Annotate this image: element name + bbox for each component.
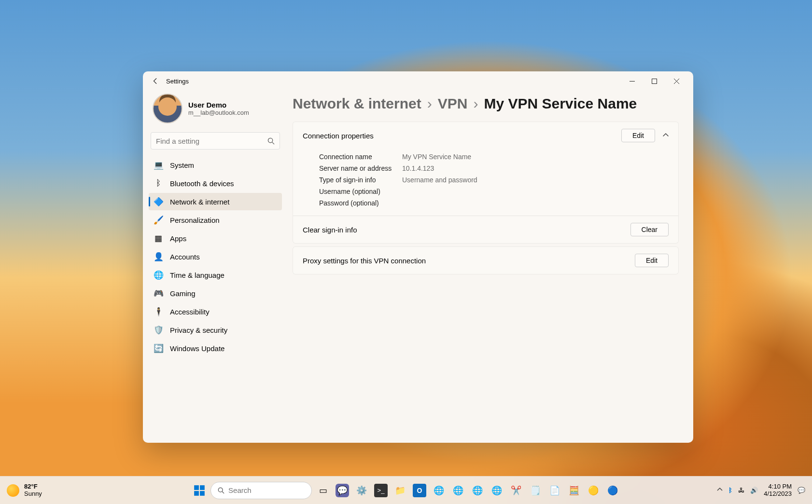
window-titlebar: Settings: [143, 71, 693, 91]
snip-icon: ✂️: [509, 484, 523, 497]
task-view-button[interactable]: ▭: [315, 482, 331, 499]
nav-icon: 💻: [154, 160, 163, 170]
connection-properties-card: Connection properties Edit Connection na…: [293, 122, 679, 244]
user-profile[interactable]: User Demo m__lab@outlook.com: [149, 91, 282, 132]
start-button[interactable]: [191, 482, 208, 499]
user-name: User Demo: [188, 101, 249, 109]
taskbar-app-snip[interactable]: ✂️: [508, 482, 524, 499]
property-key: Password (optional): [319, 199, 402, 207]
settings-search[interactable]: [151, 132, 280, 150]
sidebar-item-accessibility[interactable]: 🕴Accessibility: [149, 303, 282, 320]
chevron-up-icon: [663, 132, 669, 138]
breadcrumb-network[interactable]: Network & internet: [293, 95, 421, 112]
clear-signin-button[interactable]: Clear: [630, 223, 669, 236]
taskbar-app-chrome2[interactable]: 🔵: [604, 482, 621, 499]
property-row: Connection nameMy VPN Service Name: [319, 151, 669, 163]
app-title: Settings: [166, 78, 189, 85]
sidebar-item-privacy-security[interactable]: 🛡️Privacy & security: [149, 321, 282, 339]
property-row: Server name or address10.1.4.123: [319, 163, 669, 174]
minimize-button[interactable]: [621, 71, 643, 91]
edit-proxy-button[interactable]: Edit: [635, 254, 669, 267]
sidebar: User Demo m__lab@outlook.com 💻SystemᛒBlu…: [143, 91, 288, 443]
calculator-icon: 🧮: [567, 484, 581, 497]
taskbar-app-edge-dev[interactable]: 🌐: [469, 482, 486, 499]
breadcrumb-vpn[interactable]: VPN: [438, 95, 468, 112]
clock[interactable]: 4:10 PM 4/12/2023: [764, 483, 792, 498]
breadcrumb: Network & internet › VPN › My VPN Servic…: [293, 95, 679, 112]
sidebar-item-gaming[interactable]: 🎮Gaming: [149, 285, 282, 302]
windows-icon: [193, 484, 206, 497]
taskbar-app-notes[interactable]: 🗒️: [527, 482, 544, 499]
weather-icon: [7, 484, 19, 497]
maximize-icon: [652, 79, 657, 84]
nav-icon: ᛒ: [154, 178, 163, 188]
minimize-icon: [630, 79, 635, 84]
taskbar-app-explorer[interactable]: 📁: [392, 482, 408, 499]
close-icon: [674, 79, 679, 84]
taskbar-search[interactable]: [210, 482, 312, 499]
tray-overflow[interactable]: [717, 487, 723, 494]
taskbar-app-outlook[interactable]: O: [411, 482, 428, 499]
user-email: m__lab@outlook.com: [188, 109, 249, 116]
taskbar-app-notepad[interactable]: 📄: [546, 482, 563, 499]
edge-dev-icon: 🌐: [471, 484, 484, 497]
nav-label: Gaming: [170, 289, 196, 298]
property-value: My VPN Service Name: [402, 153, 471, 161]
notifications-button[interactable]: 💬: [798, 487, 805, 494]
nav-icon: 👤: [154, 252, 163, 261]
volume-tray-icon[interactable]: 🔊: [750, 487, 758, 494]
taskbar-app-chat[interactable]: 💬: [334, 482, 350, 499]
taskbar-app-chrome[interactable]: 🟡: [585, 482, 602, 499]
maximize-button[interactable]: [643, 71, 665, 91]
sidebar-item-accounts[interactable]: 👤Accounts: [149, 248, 282, 265]
taskbar-center: ▭ 💬 ⚙️ >_ 📁 O 🌐 🌐 🌐 🌐 ✂️ 🗒️ 📄 🧮 🟡 🔵: [191, 482, 621, 499]
breadcrumb-current: My VPN Service Name: [484, 95, 637, 112]
nav-icon: 🔷: [154, 197, 163, 206]
taskbar-app-settings[interactable]: ⚙️: [353, 482, 370, 499]
network-tray-icon[interactable]: 🖧: [738, 487, 744, 494]
sidebar-item-bluetooth-devices[interactable]: ᛒBluetooth & devices: [149, 175, 282, 192]
property-key: Connection name: [319, 153, 402, 161]
taskbar-app-terminal[interactable]: >_: [373, 482, 389, 499]
content-pane: Network & internet › VPN › My VPN Servic…: [288, 91, 693, 443]
sidebar-item-apps[interactable]: ▦Apps: [149, 230, 282, 247]
nav-label: Accounts: [170, 253, 200, 261]
sidebar-item-windows-update[interactable]: 🔄Windows Update: [149, 340, 282, 357]
back-arrow-icon: [152, 78, 159, 84]
bluetooth-tray-icon[interactable]: ᛒ: [728, 487, 732, 494]
edge-canary-icon: 🌐: [490, 484, 504, 497]
nav-label: Windows Update: [170, 344, 224, 353]
nav-icon: 🕴: [154, 307, 163, 316]
svg-point-8: [218, 488, 223, 492]
nav-label: Bluetooth & devices: [170, 179, 234, 188]
nav-label: System: [170, 161, 194, 169]
taskbar-weather[interactable]: 82°F Sunny: [7, 483, 42, 498]
clock-time: 4:10 PM: [769, 483, 792, 490]
back-button[interactable]: [149, 74, 162, 88]
taskbar-app-edge-canary[interactable]: 🌐: [489, 482, 505, 499]
property-row: Password (optional): [319, 197, 669, 209]
weather-condition: Sunny: [24, 490, 42, 498]
svg-line-3: [272, 142, 274, 144]
taskbar-app-edge[interactable]: 🌐: [431, 482, 447, 499]
settings-search-input[interactable]: [156, 137, 267, 145]
nav-icon: ▦: [154, 233, 163, 243]
close-button[interactable]: [665, 71, 687, 91]
chevron-right-icon: ›: [427, 95, 432, 112]
chrome-icon: 🟡: [587, 484, 600, 497]
sidebar-item-network-internet[interactable]: 🔷Network & internet: [149, 193, 282, 210]
sidebar-item-system[interactable]: 💻System: [149, 156, 282, 174]
sidebar-item-time-language[interactable]: 🌐Time & language: [149, 266, 282, 284]
taskbar-app-edge-beta[interactable]: 🌐: [450, 482, 466, 499]
outlook-icon: O: [413, 484, 426, 497]
edit-connection-button[interactable]: Edit: [621, 129, 655, 142]
collapse-toggle[interactable]: [663, 132, 669, 139]
svg-point-2: [268, 138, 272, 142]
taskbar-app-calc[interactable]: 🧮: [566, 482, 582, 499]
taskbar-search-input[interactable]: [228, 486, 305, 494]
system-tray: ᛒ 🖧 🔊 4:10 PM 4/12/2023 💬: [717, 483, 805, 498]
sidebar-item-personalization[interactable]: 🖌️Personalization: [149, 211, 282, 229]
property-row: Username (optional): [319, 186, 669, 197]
folder-icon: 📁: [393, 484, 407, 497]
svg-line-9: [222, 491, 224, 493]
